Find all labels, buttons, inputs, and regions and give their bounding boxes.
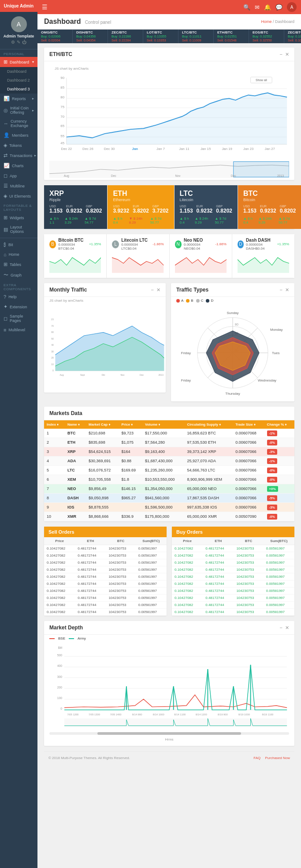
market-change: -0% [264,475,294,484]
sidebar-sub-dashboard2[interactable]: Dashboard 2 [0,76,37,85]
chat-icon[interactable]: 💬 [275,4,282,11]
coin-gbp-price: 0.8202 [216,208,232,214]
order-cell: 0.48172744 [203,566,234,573]
market-cap: $835,698 [86,438,119,447]
avatar-initials: A [17,21,21,28]
footer-purchase[interactable]: Purchased Now [265,756,290,760]
sidebar-item-help[interactable]: ? Help [0,292,37,302]
svg-text:2013: 2013 [158,374,163,376]
market-name: DASH [65,494,86,503]
markets-col-header[interactable]: Name ♦ [65,420,86,429]
svg-text:200: 200 [57,686,63,689]
sidebar-item-dashboard[interactable]: ⊞ Dashboard ▾ [0,57,37,67]
mc-change: +1.35% [277,242,289,246]
user-icon-settings[interactable]: ⚙ [11,40,15,45]
markets-col-header[interactable]: Circulating Supply ♦ [184,420,233,429]
eth-chart-header: ETH/BTC − ✕ [44,48,294,61]
market-name: LTC [65,466,86,475]
markets-table: Index ♦Name ♦Market Cap ♦Price ♦Volume ♦… [44,420,294,521]
markets-col-header[interactable]: Index ♦ [44,420,65,429]
sidebar-item-bit[interactable]: ₿ Bit [0,240,37,250]
sidebar-item-multiline[interactable]: ☰ Multiline [0,181,37,191]
minimize-button[interactable]: − [280,52,282,57]
breadcrumb-home[interactable]: Home [261,19,271,24]
sidebar-item-home[interactable]: ⌂ Home [0,250,37,259]
close-button[interactable]: ✕ [285,52,289,57]
sidebar-item-charts[interactable]: 📈 Charts [0,161,37,171]
sidebar-sub-dashboard3[interactable]: Dashboard 3 [0,85,37,94]
sidebar-item-tables[interactable]: ⊞ Tables [0,259,37,269]
sidebar-item-tokens[interactable]: ◈ Tokens [0,140,37,150]
svg-text:85: 85 [60,86,64,90]
order-cell: 0.10427082 [44,552,75,559]
svg-text:30: 30 [51,350,54,353]
table-row: 0.104270820.481727441042307530.00581997 [44,566,167,573]
sidebar-item-ico[interactable]: ◎ Initial Coin Offering ▸ [0,104,37,117]
footer-faq[interactable]: FAQ [253,756,260,760]
bse-legend-label: BSE [58,636,65,640]
buy-orders-table: PriceETHBTCSum(BTC)0.104270820.481727441… [172,537,294,616]
markets-col-header[interactable]: Change % ♦ [264,420,294,429]
table-row: 0.104270820.481727441042307530.00581997 [172,580,294,587]
order-cell: 104230753 [234,602,263,609]
order-cell: 0.00581997 [264,545,294,552]
market-idx: 9 [44,503,65,512]
market-idx: 7 [44,484,65,494]
user-name: Admin Template [4,34,34,38]
sidebar-item-samplepages[interactable]: ◻ Sample Pages [0,312,37,325]
sidebar-item-app[interactable]: ◻ App [0,171,37,181]
sidebar-brand: Unique Admin [0,0,37,12]
user-icon-power[interactable]: ⏻ [22,40,26,45]
svg-text:70: 70 [60,115,64,119]
market-volume: $1,235,260,000 [142,466,184,475]
markets-col-header[interactable]: Market Cap ♦ [86,420,119,429]
market-cap: $9,856,49 [86,484,119,494]
market-price: $146.15 [119,484,142,494]
svg-text:Jan 7: Jan 7 [156,147,165,151]
sidebar-sub-dashboard1[interactable]: Dashboard [0,67,37,76]
sidebar-item-graph[interactable]: 〜 Graph [0,269,37,281]
sidebar-item-layoutopts[interactable]: ▤ Layout Options [0,223,37,236]
order-cell: 0.00581997 [264,609,294,616]
market-trade: 0.00607066 [233,503,264,512]
close-button[interactable]: ✕ [156,287,160,293]
order-cell: 0.48172744 [75,545,106,552]
mail-icon[interactable]: ✉ [255,4,260,11]
order-cell: 0.48172744 [75,552,106,559]
markets-col-header[interactable]: Trade Size ♦ [233,420,264,429]
sidebar-item-currency[interactable]: ↔ Currency Exchange [0,117,37,130]
search-icon[interactable]: 🔍 [243,4,250,11]
sidebar-item-widgets[interactable]: ⊞ Widgets [0,213,37,223]
markets-col-header[interactable]: Price ♦ [119,420,142,429]
eth-chart-navigator: Aug Dec Nov Dec 2013 [49,161,289,178]
monthly-traffic-svg: 1S 70 60 50 40 30 20 10 0 [44,304,166,393]
sidebar-item-multilevel[interactable]: ≡ Multilevel [0,325,37,335]
mini-chart-card: D Dash DASH 0.0000034 DASH$0.04 +1.35% [232,234,294,278]
minimize-button[interactable]: − [280,287,282,293]
close-button[interactable]: ✕ [285,287,289,293]
sidebar-item-extension[interactable]: ✦ Extension [0,302,37,312]
close-button[interactable]: ✕ [285,625,289,631]
sidebar-item-ui[interactable]: ◈ UI Elements [0,191,37,201]
mc-change: -1.86% [152,242,164,246]
order-cell: 0.10427082 [172,566,203,573]
markets-col-header[interactable]: Volume ♦ [142,420,184,429]
coin-card: XRP Ripple USD1.153 EUR0.9232 GBP0.8202 … [44,185,108,229]
sidebar-item-reports[interactable]: 📊 Reports ▸ [0,94,37,104]
sidebar-item-members[interactable]: 👤 Members [0,130,37,140]
buy-orders-col: Buy Orders PriceETHBTCSum(BTC)0.10427082… [172,527,294,621]
sidebar-item-transactions[interactable]: ⇄ Transactions ▸ [0,150,37,161]
top-bar-icons: 🔍 ✉ 🔔 💬 A [243,2,297,12]
table-row: 7 NEO $9,856,49 $146.15 $1,354,050,000 6… [44,484,294,494]
minimize-button[interactable]: − [280,625,282,631]
bell-icon[interactable]: 🔔 [264,4,271,11]
svg-text:Thursday: Thursday [225,392,240,396]
order-cell: 104230753 [234,552,263,559]
table-row: 4 ADA $30,369,691 $0.88 $1,687,430,000 2… [44,456,294,466]
minimize-button[interactable]: − [151,287,154,293]
traffic-types-header: Traffic Types − ✕ [171,283,294,297]
user-avatar[interactable]: A [287,2,297,12]
order-cell: 0.10427082 [44,559,75,566]
hamburger-button[interactable]: ☰ [42,4,48,11]
user-icon-edit[interactable]: ✎ [17,40,20,45]
